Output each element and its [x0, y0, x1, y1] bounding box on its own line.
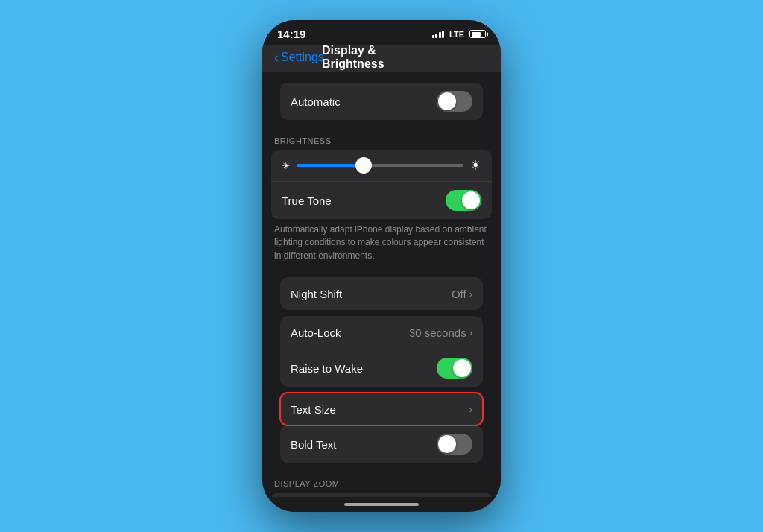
autolock-card: Auto-Lock 30 seconds › Raise to Wake	[280, 316, 483, 387]
bold-text-card: Bold Text	[280, 425, 483, 463]
scroll-top-spacer	[262, 72, 501, 78]
back-button[interactable]: ‹ Settings	[274, 51, 324, 64]
automatic-row[interactable]: Automatic	[280, 83, 483, 120]
brightness-high-icon: ☀	[469, 157, 481, 174]
brightness-slider-fill	[297, 164, 364, 167]
signal-bar-4	[442, 31, 444, 38]
brightness-low-icon: ☀	[282, 160, 291, 171]
signal-bar-3	[439, 32, 441, 38]
signal-bars-icon	[432, 31, 445, 38]
automatic-toggle[interactable]	[437, 91, 472, 112]
brightness-slider-row[interactable]: ☀ ☀	[271, 150, 492, 181]
back-chevron-icon: ‹	[274, 51, 279, 64]
true-tone-toggle[interactable]	[446, 190, 481, 211]
raise-to-wake-toggle-thumb	[453, 359, 471, 377]
autolock-section: Auto-Lock 30 seconds › Raise to Wake	[271, 316, 492, 387]
status-icons: LTE	[432, 30, 486, 39]
night-shift-label: Night Shift	[291, 288, 342, 300]
signal-bar-1	[432, 35, 434, 38]
status-time: 14:19	[277, 28, 305, 40]
display-zoom-header: DISPLAY ZOOM	[262, 469, 501, 493]
auto-lock-row[interactable]: Auto-Lock 30 seconds ›	[280, 316, 483, 349]
brightness-card: ☀ ☀ True Tone	[271, 150, 492, 219]
scroll-content[interactable]: Automatic BRIGHTNESS ☀ ☀	[262, 72, 501, 497]
text-size-value: ›	[469, 404, 472, 415]
bold-text-row[interactable]: Bold Text	[280, 425, 483, 463]
nav-bar: ‹ Settings Display & Brightness	[262, 45, 501, 72]
auto-lock-label: Auto-Lock	[291, 326, 341, 339]
night-shift-section: Night Shift Off ›	[271, 277, 492, 310]
brightness-slider-thumb[interactable]	[355, 157, 372, 174]
true-tone-label: True Tone	[282, 194, 332, 207]
bold-text-toggle-thumb	[438, 435, 456, 453]
automatic-section: Automatic	[271, 83, 492, 120]
night-shift-value-text: Off	[452, 288, 466, 300]
true-tone-description: Automatically adapt iPhone display based…	[262, 219, 501, 271]
night-shift-value: Off ›	[452, 288, 472, 300]
auto-lock-value-text: 30 seconds	[409, 326, 466, 339]
text-size-section: Text Size ›	[271, 393, 492, 425]
raise-to-wake-toggle[interactable]	[437, 358, 472, 379]
brightness-header: BRIGHTNESS	[262, 126, 501, 150]
raise-to-wake-row[interactable]: Raise to Wake	[280, 349, 483, 387]
bold-text-section: Bold Text	[271, 425, 492, 463]
home-indicator[interactable]	[262, 497, 501, 512]
bold-text-toggle[interactable]	[437, 434, 472, 455]
night-shift-chevron-icon: ›	[469, 288, 472, 300]
home-bar	[344, 503, 419, 506]
battery-fill	[472, 32, 481, 37]
auto-lock-chevron-icon: ›	[469, 327, 472, 338]
back-label: Settings	[281, 51, 324, 64]
text-size-chevron-icon: ›	[469, 404, 472, 415]
true-tone-row[interactable]: True Tone	[271, 181, 492, 219]
signal-bar-2	[435, 34, 437, 38]
night-shift-row[interactable]: Night Shift Off ›	[280, 277, 483, 310]
raise-to-wake-label: Raise to Wake	[291, 362, 363, 375]
text-size-card: Text Size ›	[280, 393, 483, 425]
text-size-label: Text Size	[291, 403, 336, 416]
view-row[interactable]: View Standard ›	[271, 493, 492, 497]
display-zoom-card: View Standard ›	[271, 493, 492, 497]
night-shift-card: Night Shift Off ›	[280, 277, 483, 310]
battery-icon	[469, 30, 486, 38]
automatic-card: Automatic	[280, 83, 483, 120]
true-tone-toggle-thumb	[462, 191, 480, 209]
status-bar: 14:19 LTE	[262, 20, 501, 45]
phone-frame: 14:19 LTE ‹ Settings Display & Brightnes…	[262, 20, 501, 512]
text-size-row[interactable]: Text Size ›	[280, 393, 483, 425]
auto-lock-value: 30 seconds ›	[409, 326, 472, 339]
automatic-label: Automatic	[291, 95, 341, 108]
bold-text-label: Bold Text	[291, 438, 336, 451]
brightness-slider-track[interactable]	[297, 164, 463, 167]
display-zoom-section: DISPLAY ZOOM View Standard › Choose a vi…	[262, 469, 501, 497]
automatic-toggle-thumb	[438, 92, 456, 110]
lte-label: LTE	[449, 30, 464, 39]
brightness-section: BRIGHTNESS ☀ ☀ True Tone	[262, 126, 501, 271]
nav-title: Display & Brightness	[322, 44, 441, 71]
